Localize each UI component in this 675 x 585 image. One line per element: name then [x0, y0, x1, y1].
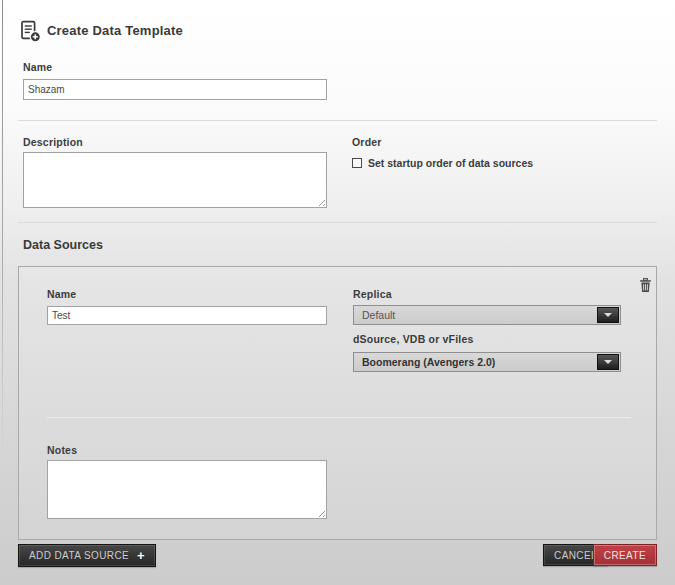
delete-data-source-button[interactable]	[638, 278, 653, 295]
replica-label: Replica	[353, 288, 392, 300]
order-checkbox[interactable]	[352, 158, 362, 168]
page-title: Create Data Template	[47, 23, 183, 38]
order-checkbox-label: Set startup order of data sources	[368, 157, 533, 169]
name-label: Name	[23, 61, 52, 73]
add-data-source-button[interactable]: ADD DATA SOURCE +	[18, 544, 156, 567]
chevron-down-icon	[597, 354, 619, 370]
dialog-left-edge	[2, 0, 3, 460]
order-checkbox-row: Set startup order of data sources	[352, 157, 533, 169]
data-source-entry-panel: Name Replica Default dSource, VDB or vFi…	[18, 266, 657, 540]
replica-selected-value: Default	[354, 306, 620, 324]
plus-icon: +	[137, 549, 145, 562]
data-source-name-field-wrap	[47, 305, 327, 324]
order-label: Order	[352, 136, 382, 148]
chevron-down-icon	[597, 307, 619, 323]
entry-divider	[47, 417, 631, 418]
add-data-source-label: ADD DATA SOURCE	[29, 550, 129, 561]
section-divider	[18, 222, 657, 223]
data-source-name-input[interactable]	[47, 306, 327, 325]
description-field-wrap	[23, 152, 327, 208]
notes-label: Notes	[47, 444, 77, 456]
create-button[interactable]: CREATE	[593, 544, 657, 566]
trash-icon	[639, 281, 652, 296]
name-field-wrap	[23, 79, 327, 100]
document-add-icon	[19, 20, 42, 43]
dsource-label: dSource, VDB or vFiles	[353, 333, 474, 345]
name-input[interactable]	[23, 79, 327, 100]
description-textarea[interactable]	[23, 152, 327, 208]
dsource-select[interactable]: Boomerang (Avengers 2.0)	[353, 352, 621, 372]
notes-textarea[interactable]	[47, 460, 327, 519]
data-sources-heading: Data Sources	[23, 238, 103, 252]
description-label: Description	[23, 136, 83, 148]
dsource-selected-value: Boomerang (Avengers 2.0)	[354, 353, 620, 371]
data-source-name-label: Name	[47, 288, 76, 300]
notes-field-wrap	[47, 460, 327, 519]
section-divider	[18, 120, 657, 121]
replica-select[interactable]: Default	[353, 305, 621, 325]
